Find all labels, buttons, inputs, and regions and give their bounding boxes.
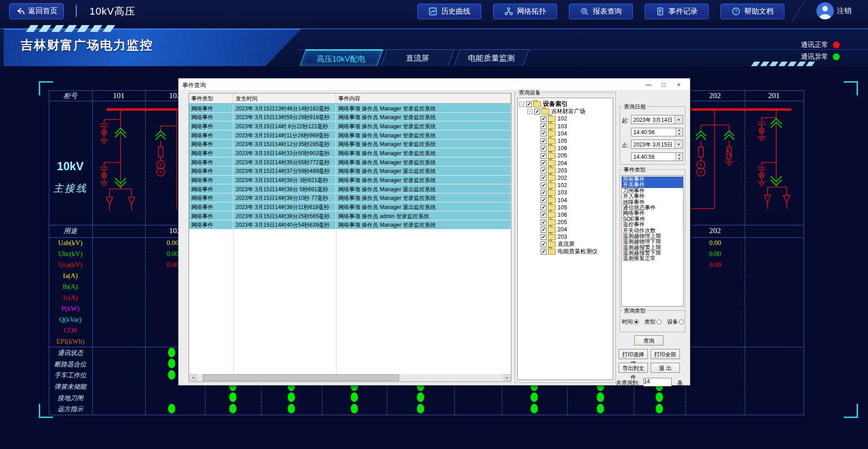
tree-item-device[interactable]: ✓103: [518, 123, 613, 130]
event-row[interactable]: 网络事件2023年 3月15日14时35分55秒772毫秒网络事项 操作员 Ma…: [189, 157, 511, 167]
tree-checkbox[interactable]: ✓: [541, 249, 547, 255]
print-selected-button[interactable]: 打印选择项: [619, 349, 648, 359]
exit-button[interactable]: 退 出: [651, 363, 680, 373]
export-button[interactable]: 导出到文件: [619, 363, 648, 373]
close-button[interactable]: ×: [671, 78, 686, 91]
tree-checkbox[interactable]: ✓: [541, 123, 547, 129]
spinner-down-icon[interactable]: ▼: [676, 157, 683, 161]
time-spin[interactable]: ▲▼: [675, 153, 683, 161]
tree-checkbox[interactable]: ✓: [541, 212, 547, 218]
event-row[interactable]: 网络事件2023年 3月15日14时38分11秒618毫秒网络事项 操作员 Ma…: [189, 203, 511, 212]
tree-checkbox[interactable]: ✓: [526, 101, 532, 107]
event-row[interactable]: 网络事件2023年 3月15日14时38分 5秒691毫秒网络事项 操作员 Ma…: [189, 184, 511, 193]
event-type-option[interactable]: 遥测恢复正常: [622, 256, 683, 261]
event-row[interactable]: 网络事件2023年 3月15日14时38分25秒565毫秒网络事项 操作员 ad…: [189, 211, 511, 220]
app-root: 返回首页 10kV高压 历史曲线网络拓扑报表查询事件记录?帮助文档 注销 吉林财…: [0, 0, 868, 449]
tree-checkbox[interactable]: ✓: [541, 190, 547, 196]
tree-collapse-icon[interactable]: −: [519, 102, 524, 107]
tree-item-device[interactable]: ✓102: [518, 182, 613, 189]
tree-item-device[interactable]: ✓104: [518, 196, 613, 204]
tree-checkbox[interactable]: ✓: [541, 183, 547, 188]
event-type-option[interactable]: 遥控事件: [622, 222, 683, 227]
event-column-header[interactable]: 发生时间: [233, 94, 336, 103]
event-row[interactable]: 网络事件2023年 3月15日14时40分54秒639毫秒网络事项 操作员 Ma…: [189, 220, 511, 230]
tree-item-device[interactable]: ✓106: [518, 145, 613, 152]
to-time-input[interactable]: 14:40:56 ▲▼: [631, 152, 683, 161]
status-dot: [229, 404, 237, 413]
spinner-up-icon[interactable]: ▲: [676, 128, 683, 132]
tree-item-site[interactable]: −✓吉林财富广场: [518, 108, 613, 115]
event-column-header[interactable]: 事件类型: [189, 94, 233, 103]
tree-item-device[interactable]: ✓202: [518, 174, 613, 182]
tree-checkbox[interactable]: ✓: [541, 131, 547, 136]
spinner-down-icon[interactable]: ▼: [676, 132, 683, 136]
query-type-option[interactable]: 设备: [667, 318, 684, 326]
event-row[interactable]: 网络事件2023年 3月15日14时12分35秒285毫秒网络事项 操作员 Ma…: [189, 140, 511, 149]
event-row[interactable]: 网络事件2023年 3月15日14时 8分22秒121毫秒网络事项 操作员 Ma…: [189, 121, 511, 131]
print-all-button[interactable]: 打印全部: [651, 349, 680, 359]
time-spinner[interactable]: ▲▼: [675, 128, 683, 136]
event-row[interactable]: 网络事件2023年 3月15日14时38分 3秒921毫秒网络事项 操作员 Ma…: [189, 176, 511, 185]
event-row[interactable]: 网络事件2023年 3月15日13时46分14秒162毫秒网络事项 操作员 Ma…: [189, 104, 511, 113]
tree-checkbox[interactable]: ✓: [541, 160, 547, 166]
tree-checkbox[interactable]: ✓: [534, 109, 540, 115]
event-type-option[interactable]: 遥测越物理下限: [622, 239, 683, 244]
tree-item-device[interactable]: ✓电能质量检测仪: [518, 248, 613, 256]
tree-checkbox[interactable]: ✓: [541, 138, 547, 144]
tree-item-device[interactable]: ✓203: [518, 167, 613, 174]
tree-item-device[interactable]: ✓105: [518, 204, 613, 211]
tree-checkbox[interactable]: ✓: [541, 197, 547, 203]
folder-icon: [548, 175, 556, 181]
tree-checkbox[interactable]: ✓: [541, 241, 547, 247]
chevron-down-icon[interactable]: ▼: [674, 115, 683, 124]
tree-item-device[interactable]: ✓102: [518, 115, 613, 122]
maximize-button[interactable]: □: [656, 78, 671, 91]
tree-item-device[interactable]: ✓104: [518, 130, 613, 137]
tree-item-device[interactable]: ✓204: [518, 160, 613, 167]
event-type-listbox[interactable]: 所有事件开关事件刀闸事件开入事件故障事件通信状态事件网络事件SOE事件遥控事件开…: [621, 175, 684, 307]
tree-checkbox[interactable]: ✓: [541, 146, 547, 151]
tree-item-device[interactable]: ✓103: [518, 189, 613, 196]
event-row[interactable]: 网络事件2023年 3月15日14时11分26秒969毫秒网络事项 操作员 Ma…: [189, 131, 511, 140]
tree-checkbox[interactable]: ✓: [541, 153, 547, 159]
from-date-select[interactable]: 2023年 3月14日 ▼: [631, 115, 683, 124]
scroll-left-icon[interactable]: ◄: [189, 374, 196, 381]
minimize-button[interactable]: —: [641, 78, 656, 91]
scroll-right-icon[interactable]: ►: [504, 374, 510, 381]
event-row[interactable]: 网络事件2023年 3月15日14时38分10秒 77毫秒网络事项 操作员 Ma…: [189, 193, 511, 203]
horizontal-scrollbar[interactable]: ◄ ►: [189, 374, 510, 381]
tree-item-label: 104: [558, 197, 567, 204]
tree-checkbox[interactable]: ✓: [541, 219, 547, 225]
tree-item-device[interactable]: ✓203: [518, 233, 613, 240]
tree-item-root[interactable]: −✓设备索引: [518, 100, 613, 108]
tree-checkbox[interactable]: ✓: [541, 116, 547, 122]
tree-item-device[interactable]: ✓205: [518, 152, 613, 159]
tree-collapse-icon[interactable]: −: [527, 109, 532, 114]
event-row[interactable]: 网络事件2023年 3月15日13时59分28秒918毫秒网络事项 操作员 Ma…: [189, 113, 511, 122]
tree-item-device[interactable]: ✓106: [518, 211, 613, 219]
query-type-option[interactable]: 时间: [622, 318, 639, 326]
dialog-titlebar[interactable]: 事件查询 —□×: [179, 78, 690, 91]
event-type-option[interactable]: 开入事件: [622, 193, 683, 199]
to-date-select[interactable]: 2023年 3月15日 ▼: [631, 140, 683, 149]
tree-checkbox[interactable]: ✓: [541, 167, 547, 173]
event-column-header[interactable]: 事件内容: [336, 94, 511, 103]
tree-item-device[interactable]: ✓205: [518, 219, 613, 226]
tree-checkbox[interactable]: ✓: [541, 227, 547, 233]
spinner-up-icon[interactable]: ▲: [676, 153, 683, 157]
tree-item-device[interactable]: ✓直流屏: [518, 241, 613, 248]
query-button[interactable]: 查询: [634, 335, 663, 345]
chevron-down-icon[interactable]: ▼: [674, 140, 683, 148]
event-type-option[interactable]: 网络事件: [622, 210, 683, 216]
from-time-input[interactable]: 14:40:56 ▲▼: [631, 128, 683, 136]
tree-checkbox[interactable]: ✓: [541, 234, 547, 240]
tree-checkbox[interactable]: ✓: [541, 204, 547, 210]
event-type-option[interactable]: 开关事件: [622, 182, 683, 188]
tree-item-device[interactable]: ✓105: [518, 137, 613, 145]
tree-item-device[interactable]: ✓204: [518, 226, 613, 233]
event-row[interactable]: 网络事件2023年 3月15日14时37分59秒499毫秒网络事项 操作员 Ma…: [189, 167, 511, 176]
tree-checkbox[interactable]: ✓: [541, 175, 547, 181]
query-type-option[interactable]: 类型: [645, 318, 662, 326]
event-row[interactable]: 网络事件2023年 3月15日14时33分50秒902毫秒网络事项 操作员 Ma…: [189, 148, 511, 157]
scrollbar-thumb[interactable]: [203, 374, 399, 381]
